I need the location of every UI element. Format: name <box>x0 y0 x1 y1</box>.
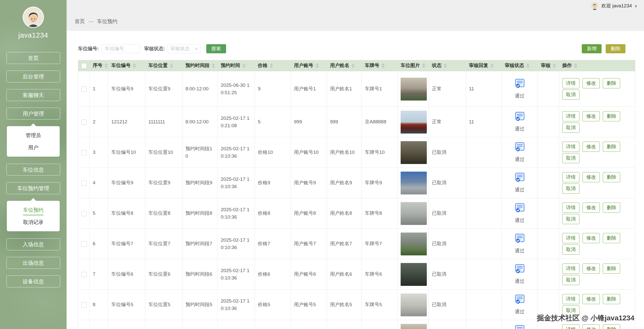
row-delete-button[interactable]: 删除 <box>603 203 620 213</box>
row-checkbox[interactable] <box>81 211 87 216</box>
sidebar-item-spot-info[interactable]: 车位信息 <box>6 164 60 176</box>
edit-button[interactable]: 修改 <box>583 172 600 182</box>
sort-icon[interactable] <box>352 63 355 68</box>
sort-icon[interactable] <box>422 63 425 68</box>
row-checkbox[interactable] <box>81 302 87 308</box>
detail-button[interactable]: 详情 <box>562 294 579 304</box>
sidebar-item-entry-info[interactable]: 入场信息 <box>6 238 60 250</box>
column-header-review[interactable]: 审核 <box>538 60 559 71</box>
column-header-time[interactable]: 预约时间 <box>218 60 255 71</box>
cancel-button[interactable]: 取消 <box>562 153 579 163</box>
cell-reply <box>466 168 502 198</box>
sidebar-item-reservation-management[interactable]: 车位预约管理 <box>6 182 60 194</box>
sidebar-item-service-chat[interactable]: 客服聊天 <box>6 89 60 101</box>
edit-button[interactable]: 修改 <box>583 233 600 243</box>
detail-button[interactable]: 详情 <box>562 264 579 274</box>
row-checkbox[interactable] <box>81 241 87 247</box>
edit-button[interactable]: 修改 <box>583 294 600 304</box>
edit-button[interactable]: 修改 <box>583 264 600 274</box>
sort-icon[interactable] <box>526 63 529 68</box>
edit-button[interactable]: 修改 <box>583 78 600 88</box>
column-header-ops[interactable]: 操作 <box>559 60 635 71</box>
detail-button[interactable]: 详情 <box>562 324 579 329</box>
cell-index: 5 <box>90 198 108 229</box>
cancel-button[interactable]: 取消 <box>562 244 579 255</box>
edit-button[interactable]: 修改 <box>583 324 600 329</box>
add-button[interactable]: 新增 <box>582 44 602 53</box>
sidebar-item-device-info[interactable]: 设备信息 <box>6 275 60 287</box>
sidebar-item-backend[interactable]: 后台管理 <box>6 71 60 83</box>
sidebar-item-exit-info[interactable]: 出场信息 <box>6 257 60 269</box>
cell-review <box>538 198 559 229</box>
sort-icon[interactable] <box>133 63 136 68</box>
sort-icon[interactable] <box>170 63 173 68</box>
detail-button[interactable]: 详情 <box>562 203 579 213</box>
detail-button[interactable]: 详情 <box>562 111 579 121</box>
search-button[interactable]: 搜索 <box>206 44 226 53</box>
edit-button[interactable]: 修改 <box>583 142 600 152</box>
detail-button[interactable]: 详情 <box>562 233 579 243</box>
column-header-price[interactable]: 价格 <box>255 60 291 71</box>
cancel-button[interactable]: 取消 <box>562 214 579 224</box>
detail-button[interactable]: 详情 <box>562 172 579 182</box>
sort-icon[interactable] <box>574 63 577 68</box>
row-delete-button[interactable]: 删除 <box>603 324 620 329</box>
breadcrumb-home[interactable]: 首页 <box>75 18 85 25</box>
cancel-button[interactable]: 取消 <box>562 90 579 100</box>
cancel-button[interactable]: 取消 <box>562 184 579 194</box>
cell-username: 用户姓名6 <box>327 259 362 290</box>
column-header-status[interactable]: 状态 <box>429 60 466 71</box>
topbar-user-menu[interactable]: 欢迎 java1234 ∨ <box>591 2 637 10</box>
sort-icon[interactable] <box>444 63 447 68</box>
column-header-timeslot[interactable]: 预约时间段 <box>182 60 218 71</box>
sort-icon[interactable] <box>316 63 319 68</box>
sort-icon[interactable] <box>212 63 215 68</box>
cancel-button[interactable]: 取消 <box>562 305 579 316</box>
cell-location: 车位位置5 <box>145 290 182 320</box>
row-checkbox[interactable] <box>81 180 87 186</box>
cell-time: 2025-06-30 10:51:25 <box>218 71 255 107</box>
sort-icon[interactable] <box>242 63 245 68</box>
review-status-select[interactable]: 审核状态 ∨ <box>168 44 201 53</box>
detail-button[interactable]: 详情 <box>562 78 579 88</box>
cancel-button[interactable]: 取消 <box>562 123 579 133</box>
select-all-checkbox[interactable] <box>81 63 87 69</box>
column-header-photo[interactable]: 车位图片 <box>398 60 429 71</box>
row-delete-button[interactable]: 删除 <box>603 233 620 243</box>
row-delete-button[interactable]: 删除 <box>603 142 620 152</box>
row-checkbox[interactable] <box>81 272 87 277</box>
row-checkbox[interactable] <box>81 87 87 92</box>
delete-button[interactable]: 删除 <box>606 44 625 53</box>
submenu-item-user[interactable]: 用户 <box>7 141 60 154</box>
submenu-item-admin[interactable]: 管理员 <box>7 129 60 141</box>
column-header-account[interactable]: 用户账号 <box>291 60 327 71</box>
column-header-review-status[interactable]: 审核状态 <box>502 60 538 71</box>
column-header-reply[interactable]: 审核回复 <box>466 60 502 71</box>
submenu-item-spot-reservation[interactable]: 车位预约 <box>7 204 60 216</box>
submenu-item-cancel-records[interactable]: 取消记录 <box>7 216 60 228</box>
edit-button[interactable]: 修改 <box>583 203 600 213</box>
column-header-plate[interactable]: 车牌号 <box>362 60 398 71</box>
row-delete-button[interactable]: 删除 <box>603 78 620 88</box>
row-checkbox[interactable] <box>81 120 87 125</box>
row-delete-button[interactable]: 删除 <box>603 172 620 182</box>
sidebar-item-user-management[interactable]: 用户管理 <box>6 108 60 120</box>
spot-number-input[interactable] <box>101 44 140 53</box>
sort-icon[interactable] <box>553 63 556 68</box>
column-header-spot-no[interactable]: 车位编号 <box>108 60 145 71</box>
column-header-location[interactable]: 车位位置 <box>145 60 182 71</box>
row-delete-button[interactable]: 删除 <box>603 111 620 121</box>
detail-button[interactable]: 详情 <box>562 142 579 152</box>
row-delete-button[interactable]: 删除 <box>603 294 620 304</box>
column-header-name[interactable]: 用户姓名 <box>327 60 362 71</box>
sort-icon[interactable] <box>491 63 494 68</box>
row-checkbox[interactable] <box>81 150 87 155</box>
edit-button[interactable]: 修改 <box>583 111 600 121</box>
sidebar-item-home[interactable]: 首页 <box>6 52 60 64</box>
sort-icon[interactable] <box>105 63 108 68</box>
sort-icon[interactable] <box>382 63 385 68</box>
sort-icon[interactable] <box>270 63 273 68</box>
column-header-index[interactable]: 序号 <box>90 60 108 71</box>
cancel-button[interactable]: 取消 <box>562 275 579 285</box>
row-delete-button[interactable]: 删除 <box>603 264 620 274</box>
